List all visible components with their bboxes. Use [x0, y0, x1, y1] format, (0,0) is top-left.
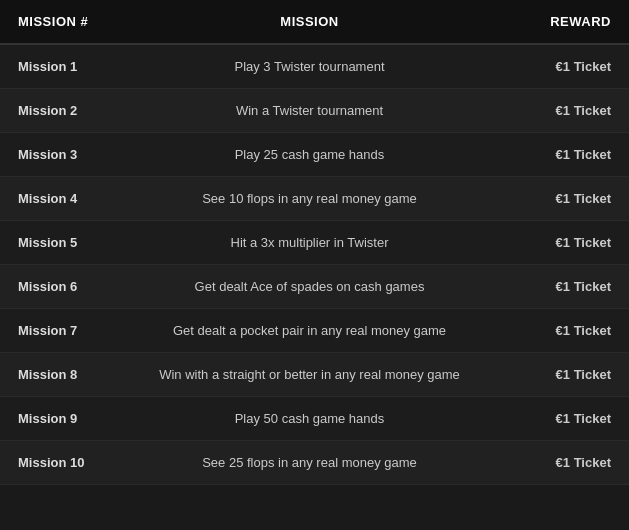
- mission-number: Mission 7: [0, 309, 120, 352]
- mission-reward: €1 Ticket: [499, 265, 629, 308]
- table-row: Mission 3Play 25 cash game hands€1 Ticke…: [0, 133, 629, 177]
- mission-reward: €1 Ticket: [499, 309, 629, 352]
- table-row: Mission 10See 25 flops in any real money…: [0, 441, 629, 485]
- mission-description: See 10 flops in any real money game: [120, 177, 499, 220]
- mission-number: Mission 1: [0, 45, 120, 88]
- mission-description: Play 25 cash game hands: [120, 133, 499, 176]
- table-row: Mission 7Get dealt a pocket pair in any …: [0, 309, 629, 353]
- mission-reward: €1 Ticket: [499, 45, 629, 88]
- missions-table: MISSION # MISSION REWARD Mission 1Play 3…: [0, 0, 629, 530]
- mission-description: Play 3 Twister tournament: [120, 45, 499, 88]
- mission-description: Play 50 cash game hands: [120, 397, 499, 440]
- mission-number: Mission 5: [0, 221, 120, 264]
- mission-number: Mission 2: [0, 89, 120, 132]
- header-reward: REWARD: [499, 0, 629, 43]
- mission-reward: €1 Ticket: [499, 133, 629, 176]
- mission-number: Mission 6: [0, 265, 120, 308]
- header-mission: MISSION: [120, 0, 499, 43]
- table-row: Mission 5Hit a 3x multiplier in Twister€…: [0, 221, 629, 265]
- mission-number: Mission 10: [0, 441, 120, 484]
- mission-description: Get dealt Ace of spades on cash games: [120, 265, 499, 308]
- mission-number: Mission 4: [0, 177, 120, 220]
- mission-number: Mission 9: [0, 397, 120, 440]
- mission-description: Hit a 3x multiplier in Twister: [120, 221, 499, 264]
- mission-description: Get dealt a pocket pair in any real mone…: [120, 309, 499, 352]
- table-header: MISSION # MISSION REWARD: [0, 0, 629, 45]
- mission-number: Mission 3: [0, 133, 120, 176]
- mission-reward: €1 Ticket: [499, 221, 629, 264]
- mission-number: Mission 8: [0, 353, 120, 396]
- mission-reward: €1 Ticket: [499, 397, 629, 440]
- mission-description: See 25 flops in any real money game: [120, 441, 499, 484]
- table-row: Mission 1Play 3 Twister tournament€1 Tic…: [0, 45, 629, 89]
- mission-reward: €1 Ticket: [499, 177, 629, 220]
- table-row: Mission 9Play 50 cash game hands€1 Ticke…: [0, 397, 629, 441]
- table-row: Mission 8Win with a straight or better i…: [0, 353, 629, 397]
- table-body: Mission 1Play 3 Twister tournament€1 Tic…: [0, 45, 629, 485]
- mission-reward: €1 Ticket: [499, 441, 629, 484]
- header-mission-num: MISSION #: [0, 0, 120, 43]
- mission-reward: €1 Ticket: [499, 89, 629, 132]
- mission-description: Win a Twister tournament: [120, 89, 499, 132]
- mission-reward: €1 Ticket: [499, 353, 629, 396]
- table-row: Mission 2Win a Twister tournament€1 Tick…: [0, 89, 629, 133]
- mission-description: Win with a straight or better in any rea…: [120, 353, 499, 396]
- table-row: Mission 4See 10 flops in any real money …: [0, 177, 629, 221]
- table-row: Mission 6Get dealt Ace of spades on cash…: [0, 265, 629, 309]
